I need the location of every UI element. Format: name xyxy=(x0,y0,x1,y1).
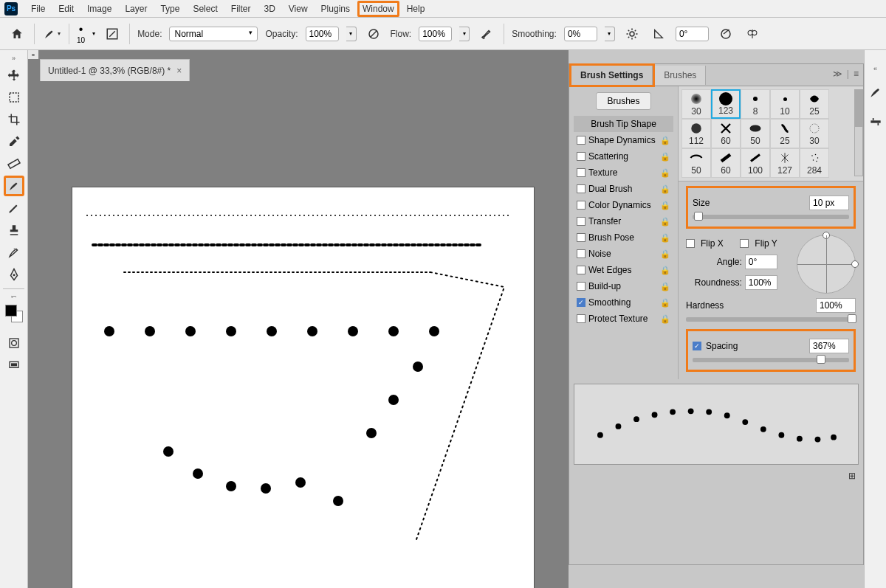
history-brush-tool[interactable] xyxy=(4,242,24,263)
crop-tool[interactable] xyxy=(4,109,24,130)
ruler-tool[interactable] xyxy=(4,153,24,174)
brush-thumb[interactable]: 50 xyxy=(741,119,770,148)
smoothing-dropdown-icon[interactable]: ▾ xyxy=(605,27,615,41)
menu-plugins[interactable]: Plugins xyxy=(315,1,356,16)
brush-angle-input[interactable]: 0° xyxy=(676,27,709,41)
brush-thumb[interactable]: 30 xyxy=(800,119,829,148)
thumbnails-scrollbar[interactable] xyxy=(854,89,863,176)
bs-smoothing[interactable]: ✓Smoothing🔒 xyxy=(574,294,673,311)
pressure-size-icon[interactable] xyxy=(716,24,735,44)
flow-input[interactable]: 100% xyxy=(419,27,452,41)
pencil-tool[interactable] xyxy=(4,198,24,218)
brush-thumb[interactable]: 60 xyxy=(711,119,741,148)
opacity-dropdown-icon[interactable]: ▾ xyxy=(346,27,357,41)
lock-icon[interactable]: 🔒 xyxy=(660,168,670,178)
spacing-slider[interactable] xyxy=(693,358,849,362)
lock-icon[interactable]: 🔒 xyxy=(660,266,670,275)
brushes-button[interactable]: Brushes xyxy=(596,92,650,110)
brush-thumb[interactable]: 123 xyxy=(711,89,741,119)
brush-thumb[interactable]: 100 xyxy=(741,148,770,178)
expand-right-strip-icon[interactable]: « xyxy=(873,65,877,72)
lock-icon[interactable]: 🔒 xyxy=(660,314,670,324)
new-brush-preset-icon[interactable]: ⊞ xyxy=(848,471,856,481)
close-tab-icon[interactable]: × xyxy=(176,66,182,76)
lock-icon[interactable]: 🔒 xyxy=(660,249,670,259)
brush-thumb[interactable]: 30 xyxy=(681,89,711,119)
lock-icon[interactable]: 🔒 xyxy=(660,136,670,145)
bs-texture[interactable]: Texture🔒 xyxy=(574,165,673,181)
menu-help[interactable]: Help xyxy=(401,1,431,16)
lock-icon[interactable]: 🔒 xyxy=(660,201,670,210)
panel-menu-icon[interactable]: ≡ xyxy=(854,69,859,79)
brush-thumb[interactable]: 127 xyxy=(770,148,800,178)
angle-roundness-widget[interactable] xyxy=(797,235,856,294)
tab-brush-settings[interactable]: Brush Settings xyxy=(571,66,653,85)
brush-tool-indicator-icon[interactable]: ▾ xyxy=(42,24,61,44)
spacing-input[interactable]: 367% xyxy=(809,339,849,353)
brush-thumb[interactable]: 50 xyxy=(681,148,711,178)
menu-filter[interactable]: Filter xyxy=(225,1,257,16)
home-icon[interactable] xyxy=(7,24,27,44)
menu-image[interactable]: Image xyxy=(81,1,117,16)
menu-type[interactable]: Type xyxy=(154,1,185,16)
menu-view[interactable]: View xyxy=(283,1,314,16)
pressure-opacity-icon[interactable] xyxy=(364,24,383,44)
flipx-checkbox[interactable] xyxy=(686,239,695,248)
bs-wet-edges[interactable]: Wet Edges🔒 xyxy=(574,262,673,278)
menu-select[interactable]: Select xyxy=(187,1,223,16)
menu-3d[interactable]: 3D xyxy=(258,1,281,16)
lock-icon[interactable]: 🔒 xyxy=(660,298,670,308)
brush-thumb[interactable]: 284 xyxy=(800,148,829,178)
blend-mode-select[interactable]: Normal▾ xyxy=(169,27,258,41)
bs-shape-dynamics[interactable]: Shape Dynamics🔒 xyxy=(574,132,673,148)
symmetry-butterfly-icon[interactable] xyxy=(743,24,762,44)
marquee-tool[interactable] xyxy=(4,87,24,108)
bs-protect-texture[interactable]: Protect Texture🔒 xyxy=(574,311,673,327)
spacing-checkbox[interactable]: ✓ xyxy=(693,342,701,350)
brush-thumb[interactable]: 60 xyxy=(711,148,741,178)
brush-thumb[interactable]: 112 xyxy=(681,119,711,148)
bs-transfer[interactable]: Transfer🔒 xyxy=(574,213,673,229)
bs-scattering[interactable]: Scattering🔒 xyxy=(574,148,673,165)
eyedropper-tool[interactable] xyxy=(4,131,24,152)
chevron-down-icon[interactable]: ▾ xyxy=(92,30,95,37)
hardness-input[interactable]: 100% xyxy=(816,298,856,313)
size-input[interactable]: 10 px xyxy=(809,196,849,210)
collapse-panel-icon[interactable]: ≫ xyxy=(833,69,842,79)
lock-icon[interactable]: 🔒 xyxy=(660,282,670,291)
move-tool[interactable] xyxy=(4,65,24,86)
screen-mode-icon[interactable] xyxy=(4,355,24,376)
tab-bar-expand-icon[interactable]: » xyxy=(28,50,38,59)
smoothing-input[interactable]: 0% xyxy=(564,27,597,41)
brush-panel-toggle-icon[interactable] xyxy=(103,24,122,44)
bs-brush-tip-shape[interactable]: Brush Tip Shape xyxy=(574,116,673,132)
brush-preset-picker[interactable]: • 10 xyxy=(77,23,85,44)
brush-tool[interactable] xyxy=(4,176,24,196)
bs-noise[interactable]: Noise🔒 xyxy=(574,246,673,262)
angle-input[interactable]: 0° xyxy=(745,255,777,269)
roundness-input[interactable]: 100% xyxy=(745,275,777,290)
swap-colors-icon[interactable]: ⤺ xyxy=(11,293,17,300)
bs-dual-brush[interactable]: Dual Brush🔒 xyxy=(574,181,673,197)
menu-edit[interactable]: Edit xyxy=(52,1,80,16)
lock-icon[interactable]: 🔒 xyxy=(660,152,670,162)
flipy-checkbox[interactable] xyxy=(740,239,749,248)
opacity-input[interactable]: 100% xyxy=(306,27,339,41)
brush-thumb[interactable]: 10 xyxy=(770,89,800,119)
menu-file[interactable]: File xyxy=(25,1,51,16)
smoothing-options-gear-icon[interactable] xyxy=(622,24,642,44)
expand-tools-icon[interactable]: » xyxy=(12,55,16,62)
lock-icon[interactable]: 🔒 xyxy=(660,184,670,194)
size-slider[interactable] xyxy=(693,215,849,219)
bs-build-up[interactable]: Build-up🔒 xyxy=(574,278,673,294)
lock-icon[interactable]: 🔒 xyxy=(660,217,670,226)
menu-layer[interactable]: Layer xyxy=(119,1,153,16)
brush-thumb[interactable]: 25 xyxy=(770,119,800,148)
swatches-panel-icon[interactable] xyxy=(866,112,885,131)
bs-brush-pose[interactable]: Brush Pose🔒 xyxy=(574,229,673,246)
pen-tool[interactable] xyxy=(4,264,24,285)
quick-mask-icon[interactable] xyxy=(4,333,24,353)
menu-window[interactable]: Window xyxy=(357,1,399,17)
brush-panel-icon[interactable] xyxy=(866,83,885,102)
lock-icon[interactable]: 🔒 xyxy=(660,233,670,243)
